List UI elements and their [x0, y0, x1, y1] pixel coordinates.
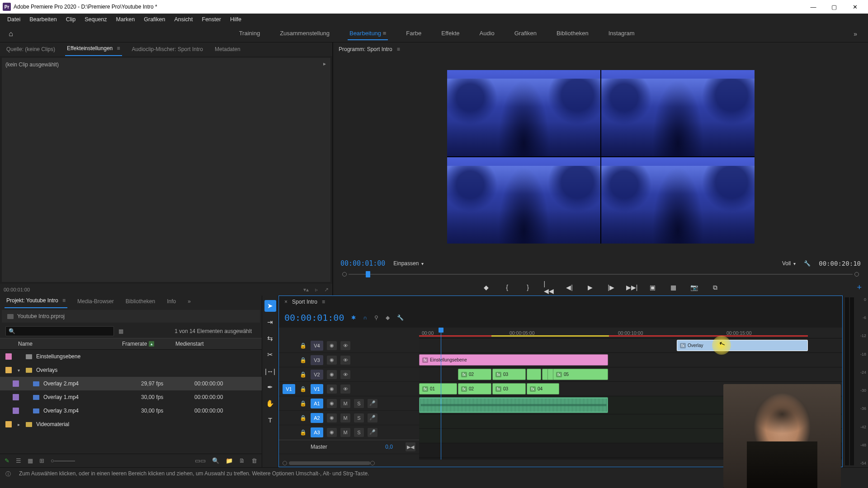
column-medienstart[interactable]: Medienstart: [175, 341, 204, 347]
tab-quelle[interactable]: Quelle: (keine Clips): [5, 43, 57, 56]
menu-bearbeiten[interactable]: Bearbeiten: [26, 15, 60, 24]
go-to-out-button[interactable]: ▶▶|: [627, 283, 637, 292]
label-swatch[interactable]: [13, 394, 19, 400]
tab-effekteinstellungen[interactable]: Effekteinstellungen ≡: [65, 42, 122, 56]
export-frame-button[interactable]: 📷: [690, 283, 699, 292]
source-v1[interactable]: V1: [283, 384, 295, 394]
settings-wrench-icon[interactable]: 🔧: [804, 260, 811, 267]
step-forward-button[interactable]: |▶: [607, 283, 616, 292]
video-clip[interactable]: fx03: [492, 383, 526, 394]
tab-metadaten[interactable]: Metadaten: [213, 43, 242, 56]
go-to-in-button[interactable]: |◀◀: [544, 283, 553, 292]
menu-ansicht[interactable]: Ansicht: [171, 15, 197, 24]
project-tab[interactable]: Projekt: Youtube Intro ≡: [5, 295, 67, 308]
workspace-bearbeitung[interactable]: Bearbeitung ≡: [348, 27, 388, 40]
scrub-out-handle[interactable]: [854, 272, 859, 277]
track-header-v4[interactable]: 🔒V4◉👁: [279, 338, 419, 353]
snap-icon[interactable]: ✱: [351, 314, 356, 321]
column-framerate[interactable]: Framerate ▴: [122, 341, 172, 347]
marker-icon[interactable]: ◆: [386, 314, 390, 321]
project-item[interactable]: ▾ Overlays: [0, 363, 262, 377]
play-button[interactable]: ▶: [586, 283, 595, 292]
zoom-out-handle[interactable]: [283, 461, 287, 465]
eye-icon[interactable]: 👁: [340, 341, 350, 350]
expand-arrow-icon[interactable]: ▸: [323, 61, 326, 67]
track-header-v2[interactable]: 🔒V2◉👁: [279, 367, 419, 382]
mark-in-button[interactable]: {: [503, 283, 512, 292]
button-editor-icon[interactable]: +: [857, 283, 862, 292]
settings-icon[interactable]: 🔧: [397, 314, 404, 321]
hand-tool[interactable]: ✋: [264, 398, 276, 409]
label-swatch[interactable]: [5, 353, 12, 360]
panel-menu-icon[interactable]: ≡: [115, 45, 120, 52]
program-scrubber[interactable]: [349, 274, 853, 275]
playhead[interactable]: [441, 328, 441, 460]
filter-icon[interactable]: ▾▴: [303, 286, 309, 293]
pen-tool[interactable]: ✒: [264, 381, 276, 393]
list-view-icon[interactable]: ☰: [16, 457, 21, 464]
track-header-master[interactable]: Master0,0▶◀: [279, 440, 419, 454]
adjustment-clip[interactable]: fxEinstellungsebene: [419, 354, 608, 366]
sequence-name[interactable]: Sport Intro: [292, 299, 317, 305]
menu-clip[interactable]: Clip: [62, 15, 80, 24]
menu-grafiken[interactable]: Grafiken: [140, 15, 169, 24]
track-header-a1[interactable]: 🔒A1◉MS🎤: [279, 396, 419, 411]
lock-icon[interactable]: 🔒: [299, 343, 307, 349]
video-clip[interactable]: fx04: [527, 383, 559, 394]
maximize-button[interactable]: ▢: [824, 0, 844, 14]
project-item[interactable]: Overlay 3.mp4 30,00 fps 00:00:00:00: [0, 404, 262, 418]
workspace-overflow-icon[interactable]: »: [848, 30, 863, 38]
video-clip[interactable]: fx03: [492, 369, 526, 380]
menu-sequenz[interactable]: Sequenz: [81, 15, 110, 24]
label-swatch[interactable]: [13, 408, 19, 414]
lock-icon[interactable]: 🔒: [299, 357, 307, 363]
track-header-v1[interactable]: V1🔒V1◉👁: [279, 382, 419, 396]
ripple-edit-tool[interactable]: ⇆: [264, 333, 276, 344]
project-item[interactable]: Einstellungsebene: [0, 350, 262, 363]
freeform-view-icon[interactable]: ⊞: [39, 457, 44, 464]
quality-dropdown[interactable]: Voll ▾: [782, 260, 796, 267]
step-icon[interactable]: ▹: [315, 286, 318, 293]
panel-menu-icon[interactable]: ≡: [322, 299, 325, 305]
project-item[interactable]: ▸ Videomaterial: [0, 418, 262, 431]
type-tool[interactable]: T: [264, 414, 276, 426]
video-clip[interactable]: fx02: [458, 369, 491, 380]
selection-tool[interactable]: ➤: [264, 300, 276, 312]
video-clip[interactable]: fx01: [419, 383, 457, 394]
track-v2[interactable]: fx02 fx03 fx05: [419, 367, 842, 382]
menu-marken[interactable]: Marken: [113, 15, 139, 24]
linked-selection-icon[interactable]: ⚲: [374, 314, 378, 321]
project-item[interactable]: Overlay 2.mp4 29,97 fps 00:00:00:00: [0, 377, 262, 390]
track-header-v3[interactable]: 🔒V3◉👁: [279, 353, 419, 367]
menu-hilfe[interactable]: Hilfe: [226, 15, 245, 24]
project-item-list[interactable]: Einstellungsebene ▾ Overlays Overlay 2.m…: [0, 350, 262, 454]
workspace-farbe[interactable]: Farbe: [404, 27, 423, 40]
step-back-button[interactable]: ◀|: [565, 283, 574, 292]
workspace-training[interactable]: Training: [237, 27, 262, 40]
zoom-in-handle[interactable]: [370, 461, 375, 465]
lock-icon[interactable]: 🔒: [299, 371, 307, 378]
search-input[interactable]: 🔍: [5, 326, 114, 336]
home-icon[interactable]: ⌂: [5, 28, 16, 39]
video-clip[interactable]: fx02: [458, 383, 491, 394]
track-v4[interactable]: fxOverlay ↖: [419, 338, 842, 353]
panel-menu-icon[interactable]: ≡: [397, 46, 400, 52]
workspace-zusammenstellung[interactable]: Zusammenstellung: [278, 27, 331, 40]
scrub-in-handle[interactable]: [342, 272, 347, 277]
tab-close-icon[interactable]: ×: [284, 299, 288, 305]
icon-view-icon[interactable]: ▦: [28, 457, 33, 464]
timeline-timecode[interactable]: 00:00:01:00: [284, 312, 344, 323]
project-item[interactable]: Overlay 1.mp4 30,00 fps 00:00:00:00: [0, 390, 262, 404]
label-swatch[interactable]: [13, 380, 19, 387]
solo-button[interactable]: S: [354, 399, 364, 408]
auto-seq-icon[interactable]: ▭▭: [195, 457, 206, 464]
add-marker-button[interactable]: ◆: [482, 283, 491, 292]
program-timecode[interactable]: 00:00:01:00: [340, 259, 385, 267]
overlay-clip[interactable]: fxOverlay: [677, 340, 808, 351]
track-select-tool[interactable]: ⇥: [264, 316, 276, 328]
lock-icon[interactable]: 🔒: [299, 386, 307, 392]
minimize-button[interactable]: —: [803, 0, 824, 14]
tab-audioclip-mischer[interactable]: Audioclip-Mischer: Sport Intro: [130, 43, 205, 56]
workspace-effekte[interactable]: Effekte: [439, 27, 461, 40]
playhead-marker[interactable]: [366, 271, 370, 277]
